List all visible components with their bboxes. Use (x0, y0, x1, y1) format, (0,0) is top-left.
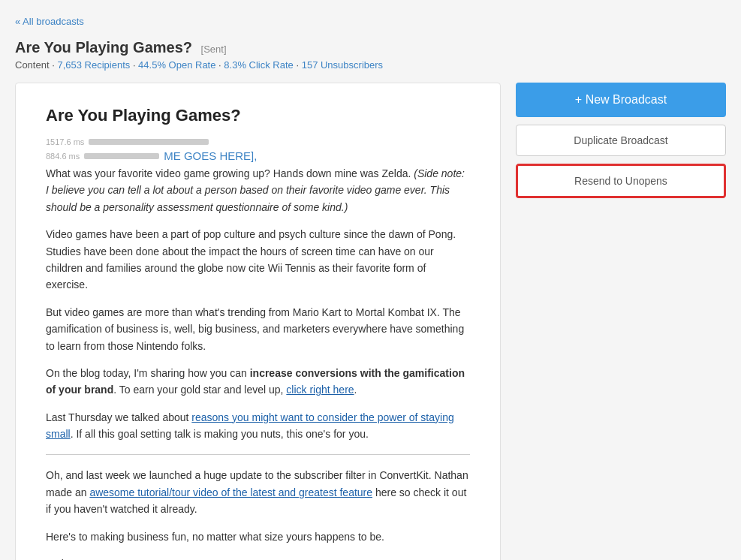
thursday-text-before: Last Thursday we talked about (46, 411, 191, 423)
blog-text-after: . (354, 384, 357, 396)
broadcast-title: Are You Playing Games? [Sent] (15, 39, 726, 56)
email-body: What was your favorite video game growin… (46, 165, 470, 560)
dim-value-2: 884.6 ms (46, 152, 80, 161)
para-2: Video games have been a part of pop cult… (46, 226, 470, 294)
thursday-text-after: . If all this goal setting talk is makin… (71, 428, 369, 440)
para-lastweek: Oh, and last week we launched a huge upd… (46, 467, 470, 517)
meta-sep4: · (296, 59, 301, 71)
para-1: What was your favorite video game growin… (46, 165, 470, 215)
page-wrapper: « All broadcasts Are You Playing Games? … (0, 0, 741, 560)
dim-bar-2 (84, 153, 159, 159)
dim-bar-1 (89, 139, 209, 145)
para-signature: -Val (46, 555, 470, 560)
meta-label: Content (15, 59, 50, 71)
email-subject: Are You Playing Games? (46, 106, 470, 125)
blog-text-before: On the blog today, I'm sharing how you c… (46, 367, 250, 379)
dim-row-1: 1517.6 ms (46, 137, 470, 146)
para-3: But video games are more than what's tre… (46, 304, 470, 354)
para-thursday: Last Thursday we talked about reasons yo… (46, 409, 470, 443)
meta-unsubscribers: 157 Unsubscribers (302, 59, 383, 71)
sent-badge: [Sent] (201, 44, 227, 55)
broadcast-header: Are You Playing Games? [Sent] Content · … (15, 39, 726, 71)
para-blog: On the blog today, I'm sharing how you c… (46, 365, 470, 399)
broadcast-meta: Content · 7,653 Recipients · 44.5% Open … (15, 59, 726, 71)
blog-link[interactable]: click right here (286, 384, 354, 396)
email-divider (46, 454, 470, 455)
meta-click-rate: 8.3% Click Rate (224, 59, 293, 71)
para-here: Here's to making business fun, no matter… (46, 528, 470, 545)
content-layout: Are You Playing Games? 1517.6 ms 884.6 m… (15, 83, 726, 560)
dim-row-2: 884.6 ms ME GOES HERE], (46, 149, 470, 162)
email-preview-card: Are You Playing Games? 1517.6 ms 884.6 m… (15, 83, 501, 560)
sidebar: + New Broadcast Duplicate Broadcast Rese… (516, 83, 726, 198)
broadcast-title-text: Are You Playing Games? (15, 39, 192, 56)
back-link[interactable]: « All broadcasts (15, 16, 84, 27)
dim-value-1: 1517.6 ms (46, 137, 84, 146)
meta-open-rate: 44.5% Open Rate (138, 59, 215, 71)
lastweek-link[interactable]: awesome tutorial/tour video of the lates… (89, 486, 372, 498)
duplicate-broadcast-button[interactable]: Duplicate Broadcast (516, 125, 726, 156)
resend-to-unopens-button[interactable]: Resend to Unopens (516, 164, 726, 198)
side-note: Side note: I believe you can tell a lot … (46, 167, 465, 213)
new-broadcast-button[interactable]: + New Broadcast (516, 83, 726, 117)
name-placeholder: ME GOES HERE], (164, 149, 257, 162)
meta-recipients: 7,653 Recipients (57, 59, 130, 71)
blog-text-middle: . To earn your gold star and level up, (113, 384, 286, 396)
